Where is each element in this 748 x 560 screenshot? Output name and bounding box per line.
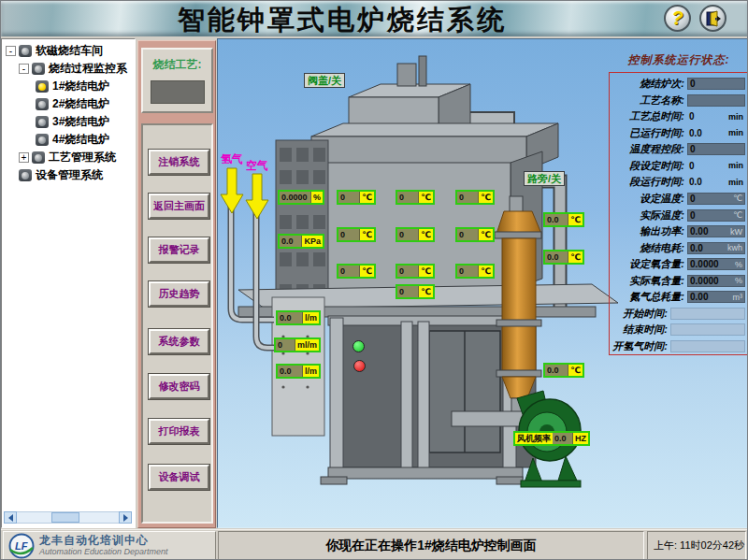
run-indicator-green	[352, 340, 365, 352]
gauge-temp-right-2: 0.0 ℃	[543, 250, 584, 265]
gauge-flow-3: 0.0 l/m	[276, 364, 321, 379]
gauge-flow-2: 0 ml/m	[274, 337, 321, 352]
bypass-valve-label: 路旁/关	[524, 171, 565, 186]
hydrogen-label: 氢气	[221, 151, 243, 167]
current-operation-message: 你现在正在操作1#烧结电炉控制画面	[325, 538, 537, 554]
alarm-record-button[interactable]: 报警记录	[149, 237, 209, 263]
return-main-button[interactable]: 返回主画面	[149, 194, 209, 219]
control-system-status-panel: 控制系统运行状态: 烧结炉次: 0 工艺名称: 工艺总时间: 0min 已运行时…	[609, 52, 748, 355]
tree-item-equipment-mgmt[interactable]: 设备管理系统	[4, 166, 135, 184]
sinter-process-label: 烧结工艺:	[143, 57, 211, 73]
tree-item-furnace-4[interactable]: 4#烧结电炉	[4, 131, 135, 149]
history-trend-button[interactable]: 历史趋势	[149, 281, 209, 307]
bulb-lit-icon	[36, 80, 49, 93]
gauge-temp-right-1: 0.0 ℃	[543, 212, 584, 227]
tree-item-process-mgmt[interactable]: + 工艺管理系统	[4, 149, 135, 166]
tree-horizontal-scrollbar[interactable]	[4, 511, 132, 524]
valve-cover-label: 阀盖/关	[304, 73, 345, 88]
change-password-button[interactable]: 修改密码	[149, 374, 209, 399]
tree-item-furnace-2[interactable]: 2#烧结电炉	[4, 95, 135, 113]
sinter-process-box: 烧结工艺:	[141, 48, 213, 113]
status-row-output-power: 输出功率: 0.00kW	[610, 223, 745, 240]
bulb-icon	[36, 134, 49, 146]
svg-text:LF: LF	[15, 540, 28, 552]
status-row-segment-run-time: 段运行时间: 0.0min	[610, 174, 745, 191]
exit-door-icon	[705, 10, 722, 27]
gauge-temp-r3c2: 0 ℃	[396, 264, 435, 279]
status-row-set-temp: 设定温度: 0℃	[610, 191, 745, 208]
status-panel-box: 烧结炉次: 0 工艺名称: 工艺总时间: 0min 已运行时间: 0.0min …	[609, 72, 748, 355]
print-report-button[interactable]: 打印报表	[149, 419, 209, 444]
gauge-temp-r2c2: 0 ℃	[396, 227, 435, 242]
air-label: 空气	[246, 158, 268, 174]
scrollbar-track[interactable]	[17, 511, 119, 524]
status-row-furnace-batch: 烧结炉次: 0	[610, 76, 745, 93]
status-row-energy-consumed: 烧结电耗: 0.0kwh	[610, 239, 745, 256]
device-debug-button[interactable]: 设备调试	[149, 465, 209, 490]
page-title: 智能钟罩式电炉烧结系统	[1, 2, 683, 39]
gauge-temp-r3c1: 0 ℃	[337, 264, 376, 279]
logout-button[interactable]: 注销系统	[149, 150, 209, 175]
bulb-icon	[36, 116, 49, 128]
gauge-temp-r1c1: 0 ℃	[337, 190, 376, 205]
tree-item-furnace-1[interactable]: 1#烧结电炉	[4, 78, 135, 95]
clock-box: 上午: 11时02分42秒	[647, 531, 746, 560]
title-bar: 智能钟罩式电炉烧结系统 ?	[1, 1, 748, 36]
status-row-start-time: 开始时间:	[610, 305, 745, 322]
stop-indicator-red	[353, 360, 366, 372]
status-row-segment-set-time: 段设定时间: 0min	[610, 158, 745, 175]
status-panel-header: 控制系统运行状态:	[609, 52, 748, 68]
bulb-icon	[32, 151, 45, 164]
clock-text: 上午: 11时02分42秒	[654, 538, 744, 553]
company-logo-area: LF 龙丰自动化培训中心 Automation Education Depart…	[3, 531, 216, 560]
scroll-left-icon[interactable]	[4, 511, 17, 524]
status-row-elapsed-time: 已运行时间: 0.0min	[610, 125, 745, 142]
status-row-hydrogen-on-time: 开氢气时间:	[610, 338, 745, 355]
gauge-temp-r3c3: 0 ℃	[455, 264, 495, 279]
system-params-button[interactable]: 系统参数	[149, 329, 209, 354]
gauge-flow-1: 0.0 l/m	[276, 310, 321, 325]
gauge-temp-r4c2: 0 ℃	[396, 284, 435, 299]
gauge-temp-r1c3: 0 ℃	[455, 190, 495, 205]
bulb-icon	[36, 98, 49, 110]
navigation-tree-panel: - 软磁烧结车间 - 烧结过程监控系 1#烧结电炉 2#烧结电炉 3#烧结电炉 …	[1, 38, 136, 528]
bulb-icon	[32, 63, 45, 75]
question-mark-icon: ?	[671, 7, 683, 29]
tree-expander-icon[interactable]: +	[19, 152, 29, 163]
lf-logo-icon: LF	[7, 532, 36, 560]
exit-button[interactable]	[699, 5, 726, 32]
status-row-nitrogen-total: 氮气总耗量: 0.00m³	[610, 289, 745, 306]
gauge-temp-r2c3: 0 ℃	[455, 227, 495, 242]
scrollbar-thumb[interactable]	[51, 512, 79, 523]
status-row-process-total-time: 工艺总时间: 0min	[610, 108, 745, 125]
status-row-end-time: 结束时间:	[610, 322, 745, 338]
bulb-icon	[19, 169, 32, 181]
status-row-actual-oxygen: 实际氧含量: 0.0000%	[610, 272, 745, 289]
gauge-temp-right-3: 0.0 ℃	[543, 363, 584, 378]
gauge-fan-frequency: 风机频率 0.0 HZ	[513, 431, 590, 446]
gauge-temp-r1c2: 0 ℃	[396, 190, 435, 205]
scroll-right-icon[interactable]	[119, 511, 132, 524]
current-operation-message-box: 你现在正在操作1#烧结电炉控制画面	[218, 531, 644, 560]
furnace-mimic-area: 氢气 空气 阀盖/关 路旁/关 0.0000 % 0.0 KPa 0 ℃ 0 ℃…	[217, 38, 748, 528]
status-row-temp-segment: 温度程控段: 0	[610, 141, 745, 158]
tree-expander-icon[interactable]: -	[6, 46, 16, 56]
tree-expander-icon[interactable]: -	[19, 64, 29, 74]
bulb-icon	[19, 45, 32, 57]
status-bar: LF 龙丰自动化培训中心 Automation Education Depart…	[1, 529, 748, 560]
gauge-temp-r2c1: 0 ℃	[337, 227, 376, 242]
tree-item-furnace-3[interactable]: 3#烧结电炉	[4, 113, 135, 131]
tree-item-process-monitor[interactable]: - 烧结过程监控系	[4, 60, 135, 78]
status-row-set-oxygen: 设定氧含量: 0.0000%	[610, 256, 745, 273]
status-row-actual-temp: 实际温度: 0℃	[610, 207, 745, 223]
help-button[interactable]: ?	[664, 5, 691, 32]
logo-cn-text: 龙丰自动化培训中心	[39, 535, 168, 546]
tree-item-workshop[interactable]: - 软磁烧结车间	[4, 42, 135, 60]
status-row-process-name: 工艺名称:	[610, 93, 745, 109]
gauge-pressure-kpa: 0.0 KPa	[278, 234, 324, 249]
sidebar-button-panel: 注销系统 返回主画面 报警记录 历史趋势 系统参数 修改密码 打印报表 设备调试	[141, 123, 213, 524]
scada-window: 智能钟罩式电炉烧结系统 ? - 软磁烧结车间 - 烧结过程监控系 1#烧结电	[0, 0, 748, 560]
logo-en-text: Automation Education Department	[39, 548, 168, 556]
gauge-oxygen-percent: 0.0000 %	[278, 190, 324, 205]
process-preview-placeholder	[151, 80, 205, 104]
